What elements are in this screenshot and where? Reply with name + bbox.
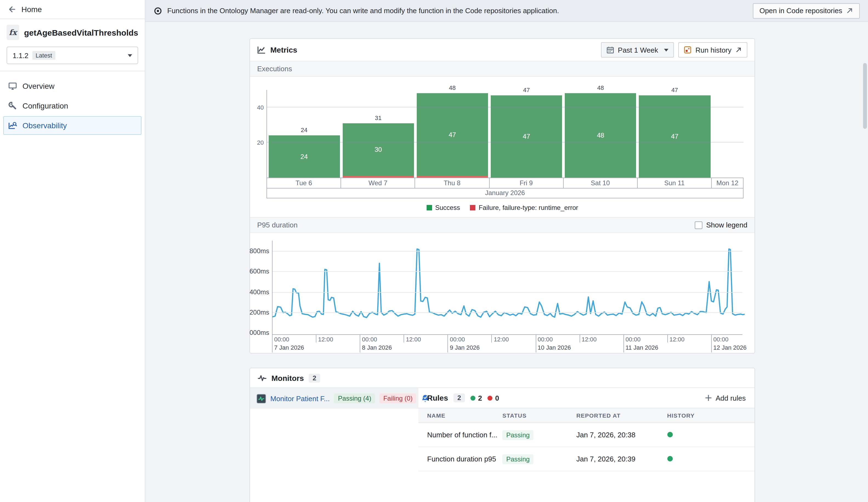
- version-number: 1.1.2: [13, 51, 29, 60]
- add-rules-button[interactable]: Add rules: [705, 394, 746, 402]
- function-icon: fx: [7, 25, 19, 40]
- monitor-app-icon: [257, 394, 266, 403]
- function-name: getAgeBasedVitalThresholds: [24, 28, 138, 37]
- executions-xaxis: Tue 6Wed 7Thu 8Fri 9Sat 10Sun 11Mon 12: [267, 178, 744, 189]
- green-dot-icon: [471, 395, 475, 400]
- run-history-app-icon: [684, 46, 692, 54]
- executions-month-label: January 2026: [267, 189, 744, 198]
- open-in-code-repositories-button[interactable]: Open in Code repositories: [753, 3, 860, 18]
- open-button-label: Open in Code repositories: [760, 7, 842, 15]
- eye-icon: [154, 6, 162, 15]
- p95-plot: 000ms200ms400ms600ms800ms: [272, 241, 742, 335]
- column-header-history: HISTORY: [667, 412, 754, 419]
- monitors-title: Monitors: [271, 374, 304, 382]
- history-dot-icon: [667, 432, 672, 437]
- rule-reported-at: Jan 7, 2026, 20:38: [576, 431, 667, 439]
- legend-item: Failure, failure-type: runtime_error: [470, 204, 578, 211]
- monitor-list: Monitor Patient F... Passing (4) Failing…: [250, 388, 418, 502]
- legend-item: Success: [426, 204, 460, 211]
- version-latest-tag: Latest: [32, 51, 55, 60]
- executions-legend: SuccessFailure, failure-type: runtime_er…: [250, 198, 754, 217]
- rules-panel: Rules 2 2 0: [418, 388, 754, 502]
- executions-plot: 2424303147484747484847472040: [267, 90, 744, 178]
- table-row[interactable]: Number of function f... Passing Jan 7, 2…: [418, 423, 754, 447]
- status-badge: Passing: [503, 454, 534, 464]
- desktop-icon: [8, 82, 17, 91]
- rules-title: Rules: [427, 394, 448, 402]
- sidebar-item-label: Overview: [22, 82, 54, 91]
- legend-swatch-icon: [426, 205, 432, 210]
- rules-passing-stat: 2: [471, 394, 482, 402]
- rule-name: Function duration p95: [418, 455, 503, 463]
- red-dot-icon: [487, 395, 493, 400]
- rules-failing-count: 0: [495, 394, 499, 402]
- pulse-icon: [258, 374, 267, 382]
- rules-count-badge: 2: [454, 394, 465, 402]
- plus-icon: [705, 394, 712, 402]
- add-rules-label: Add rules: [715, 394, 746, 402]
- external-link-icon: [735, 46, 742, 53]
- run-history-label: Run history: [695, 46, 732, 54]
- monitors-header: Monitors 2: [250, 368, 754, 388]
- sidebar-item-label: Configuration: [22, 101, 68, 110]
- show-legend-checkbox[interactable]: [695, 221, 702, 229]
- legend-swatch-icon: [470, 205, 475, 210]
- monitors-card: Monitors 2 Monitor Patient F... Passing …: [249, 368, 755, 502]
- column-header-name: NAME: [418, 412, 503, 419]
- sidebar-item-overview[interactable]: Overview: [3, 77, 142, 95]
- rule-name: Number of function f...: [418, 431, 503, 439]
- p95-section-header: P95 duration Show legend: [250, 217, 754, 233]
- sidebar-item-configuration[interactable]: Configuration: [3, 96, 142, 115]
- monitors-count-badge: 2: [309, 374, 320, 382]
- chart-search-icon: [8, 121, 17, 130]
- rules-passing-count: 2: [478, 394, 482, 402]
- metrics-card: Metrics Past 1 Week Run history: [249, 38, 755, 354]
- sidebar-item-observability[interactable]: Observability: [3, 116, 142, 135]
- show-legend-control[interactable]: Show legend: [695, 221, 747, 229]
- sidebar-item-label: Observability: [22, 121, 67, 130]
- run-history-button[interactable]: Run history: [679, 42, 748, 57]
- home-nav[interactable]: Home: [0, 0, 145, 19]
- sidebar-nav: Overview Configuration Observability: [0, 71, 145, 140]
- back-arrow-icon[interactable]: [7, 5, 16, 14]
- monitor-name-link[interactable]: Monitor Patient F...: [270, 394, 330, 402]
- rules-failing-stat: 0: [487, 394, 499, 402]
- wrench-icon: [8, 101, 17, 110]
- home-label: Home: [21, 5, 42, 14]
- chevron-down-icon: [664, 49, 669, 51]
- function-header: fx getAgeBasedVitalThresholds: [0, 19, 145, 42]
- executions-chart: 2424303147484747484847472040 Tue 6Wed 7T…: [267, 90, 744, 198]
- chevron-down-icon: [128, 54, 132, 57]
- table-row[interactable]: Function duration p95 Passing Jan 7, 202…: [418, 447, 754, 471]
- version-select[interactable]: 1.1.2 Latest: [7, 46, 138, 64]
- executions-section-header: Executions: [250, 61, 754, 77]
- monitors-body: Monitor Patient F... Passing (4) Failing…: [250, 388, 754, 502]
- vertical-scrollbar[interactable]: [863, 22, 867, 502]
- calendar-icon: [607, 46, 614, 54]
- readonly-banner: Functions in the Ontology Manager are re…: [145, 0, 868, 22]
- p95-label: P95 duration: [257, 221, 298, 229]
- rules-table-header: NAME STATUS REPORTED AT HISTORY: [418, 408, 754, 423]
- p95-chart: 000ms200ms400ms600ms800ms 00:007 Jan 202…: [272, 241, 742, 355]
- column-header-status: STATUS: [503, 412, 577, 419]
- show-legend-label: Show legend: [706, 221, 747, 229]
- monitor-failing-badge: Failing (0): [380, 394, 416, 403]
- main-content: Metrics Past 1 Week Run history: [145, 22, 868, 502]
- rule-reported-at: Jan 7, 2026, 20:39: [576, 455, 667, 463]
- scrollbar-thumb[interactable]: [863, 63, 867, 129]
- rules-header: Rules 2 2 0: [418, 388, 754, 408]
- time-range-label: Past 1 Week: [618, 46, 658, 54]
- metrics-title: Metrics: [270, 45, 297, 54]
- executions-label: Executions: [257, 65, 292, 73]
- history-dot-icon: [667, 456, 672, 461]
- p95-xaxis: 00:007 Jan 202612:0000:008 Jan 202612:00…: [272, 335, 742, 355]
- p95-line-svg: [272, 241, 745, 335]
- column-header-reported-at: REPORTED AT: [576, 412, 667, 419]
- time-range-button[interactable]: Past 1 Week: [601, 42, 674, 57]
- metrics-header: Metrics Past 1 Week Run history: [250, 39, 754, 61]
- line-chart-icon: [257, 45, 266, 54]
- sidebar: Home fx getAgeBasedVitalThresholds 1.1.2…: [0, 0, 145, 502]
- app-root: Home fx getAgeBasedVitalThresholds 1.1.2…: [0, 0, 868, 502]
- monitor-list-item[interactable]: Monitor Patient F... Passing (4) Failing…: [250, 388, 418, 409]
- external-link-icon: [846, 7, 853, 14]
